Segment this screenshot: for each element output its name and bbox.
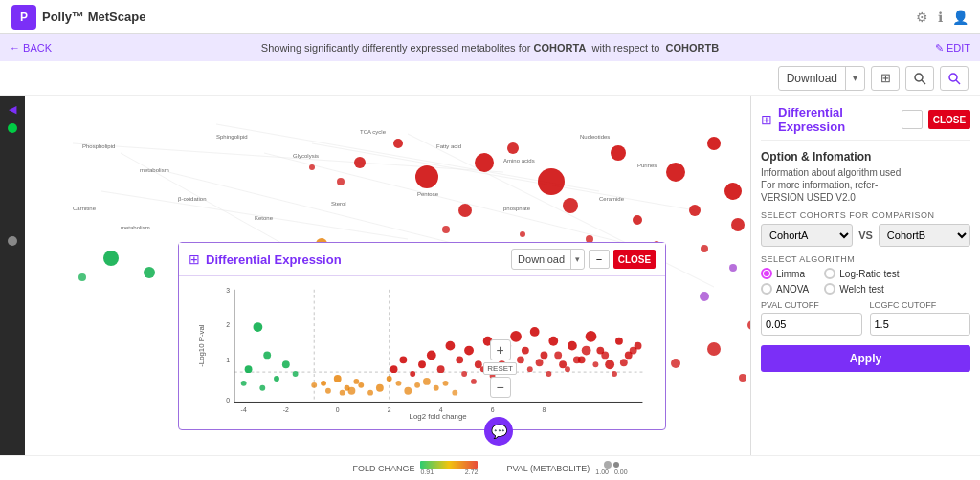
download-label[interactable]: Download (779, 72, 845, 85)
cohort-b-select[interactable]: CohortB (879, 224, 970, 247)
svg-point-29 (415, 165, 438, 188)
zoom-out-button[interactable]: − (490, 377, 511, 398)
svg-text:0: 0 (226, 397, 230, 404)
settings-icon[interactable]: ⚙ (916, 10, 928, 25)
left-sidebar: ◀ (0, 96, 25, 455)
svg-point-139 (461, 371, 467, 377)
svg-point-39 (507, 142, 519, 154)
svg-text:Log2 fold change: Log2 fold change (410, 412, 467, 421)
logfc-col: LOGFC CUTOFF (870, 300, 971, 336)
svg-text:Sphingolipid: Sphingolipid (216, 134, 248, 140)
svg-point-151 (573, 356, 581, 363)
popup-controls: Download ▾ − CLOSE (511, 249, 656, 270)
svg-text:2: 2 (226, 321, 230, 328)
svg-point-152 (582, 346, 591, 356)
edit-button[interactable]: ✎ EDIT (935, 42, 970, 55)
popup-download-group[interactable]: Download ▾ (511, 249, 585, 270)
cohort-b-label: COHORTB (666, 42, 720, 54)
svg-point-153 (592, 361, 598, 367)
log-ratio-radio-circle (824, 268, 835, 279)
log-ratio-radio[interactable]: Log-Ratio test (824, 268, 899, 279)
map-container[interactable]: Phospholipid metabolism Sphingolipid Gly… (25, 96, 750, 455)
sidebar-arrow-icon[interactable]: ◀ (9, 103, 16, 116)
fold-change-legend: FOLD CHANGE 0.91 2.72 (352, 461, 478, 475)
right-panel: ⊞ Differential Expression − CLOSE Option… (750, 96, 980, 455)
vs-label: VS (858, 229, 873, 241)
svg-text:TCA cycle: TCA cycle (360, 129, 387, 135)
svg-point-121 (475, 360, 482, 368)
pval-max: 0.00 (614, 469, 628, 475)
volcano-svg: -Log10 P-val Log2 fold change 3 2 1 0 -4… (187, 280, 657, 425)
svg-line-8 (312, 143, 695, 210)
svg-point-108 (423, 378, 431, 385)
pval-input[interactable] (761, 313, 862, 336)
fold-change-values: 0.91 2.72 (420, 469, 478, 475)
pval-circle-small (613, 462, 619, 468)
version-text: VERSION USED V2.0 (761, 192, 970, 203)
svg-point-55 (144, 267, 155, 278)
user-icon[interactable]: 👤 (952, 10, 969, 25)
svg-text:Phospholipid: Phospholipid (82, 143, 115, 149)
svg-text:3: 3 (226, 287, 230, 294)
svg-point-118 (446, 341, 456, 351)
panel-close-button[interactable]: CLOSE (928, 110, 970, 129)
svg-point-57 (78, 273, 86, 281)
volcano-area: -Log10 P-val Log2 fold change 3 2 1 0 -4… (179, 276, 665, 429)
svg-line-10 (264, 153, 647, 249)
svg-text:-4: -4 (241, 406, 247, 413)
zoom-in-button[interactable]: + (490, 339, 511, 360)
svg-point-89 (282, 360, 290, 368)
algo-row: Limma ANOVA Log-Ratio test Welch test (761, 268, 970, 295)
log-ratio-label: Log-Ratio test (839, 269, 899, 279)
svg-text:6: 6 (491, 406, 495, 413)
svg-point-129 (548, 337, 558, 346)
popup-download-caret-icon[interactable]: ▾ (570, 250, 584, 269)
algo-col-right: Log-Ratio test Welch test (824, 268, 899, 295)
back-button[interactable]: ← BACK (10, 42, 52, 54)
svg-point-133 (586, 331, 597, 342)
diff-expr-header: ⊞ Differential Expression Download ▾ − C… (179, 243, 665, 276)
download-dropdown[interactable]: Download ▾ (778, 66, 865, 91)
cohort-a-select[interactable]: CohortA (761, 224, 853, 247)
svg-point-65 (700, 292, 709, 301)
cutoff-row: PVAL CUTOFF LOGFC CUTOFF (761, 300, 970, 336)
popup-minimize-button[interactable]: − (589, 250, 610, 269)
popup-download-label[interactable]: Download (512, 253, 570, 265)
svg-point-63 (739, 374, 746, 382)
svg-point-105 (396, 381, 402, 386)
limma-label: Limma (776, 269, 805, 279)
apply-button[interactable]: Apply (761, 345, 970, 372)
search-button2[interactable] (940, 66, 969, 91)
svg-line-1 (922, 80, 925, 84)
popup-close-button[interactable]: CLOSE (613, 250, 656, 269)
svg-point-130 (559, 360, 567, 368)
panel-minimize-button[interactable]: − (902, 110, 923, 129)
fc-max: 2.72 (465, 469, 479, 475)
svg-point-93 (321, 381, 326, 386)
svg-point-43 (731, 218, 745, 231)
svg-point-34 (707, 137, 721, 150)
welch-radio[interactable]: Welch test (824, 283, 899, 295)
svg-text:4: 4 (439, 406, 443, 413)
topbar-right: ⚙ ℹ 👤 (916, 10, 969, 25)
svg-point-107 (414, 382, 420, 388)
svg-point-126 (522, 347, 529, 355)
limma-radio[interactable]: Limma (761, 268, 809, 279)
topbar: P Polly™ MetScape ⚙ ℹ 👤 (0, 0, 980, 34)
info-icon[interactable]: ℹ (938, 10, 943, 25)
download-caret-icon[interactable]: ▾ (845, 67, 864, 90)
svg-point-98 (340, 390, 345, 396)
svg-text:Fatty acid: Fatty acid (436, 143, 461, 149)
pval-legend: PVAL (METABOLITE) 1.00 0.00 (506, 461, 627, 475)
svg-point-32 (611, 145, 626, 161)
pval-min: 1.00 (595, 469, 609, 475)
svg-point-30 (475, 153, 494, 172)
main-area: ◀ Phospholipid metabolism Sphingolipid G… (0, 96, 980, 455)
logfc-input[interactable] (870, 313, 971, 336)
grid-button[interactable]: ⊞ (871, 66, 900, 91)
anova-radio[interactable]: ANOVA (761, 283, 809, 295)
svg-point-36 (354, 157, 366, 168)
search-button1[interactable] (905, 66, 934, 91)
chat-button[interactable]: 💬 (484, 417, 513, 446)
reset-button[interactable]: RESET (483, 362, 517, 375)
